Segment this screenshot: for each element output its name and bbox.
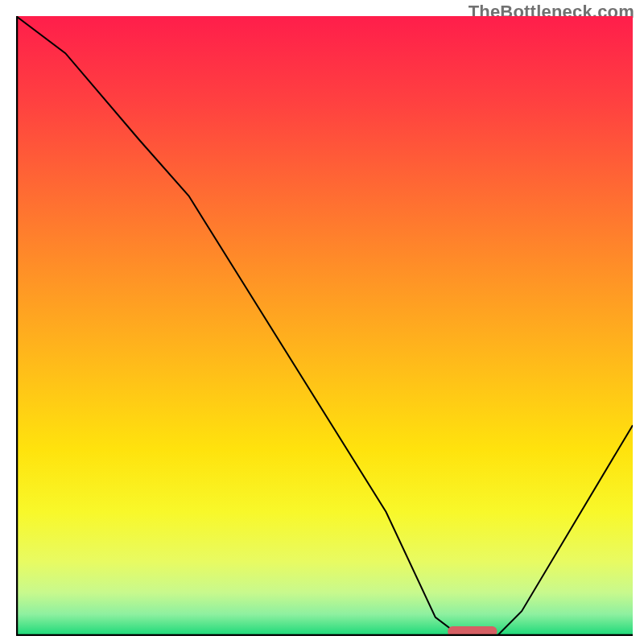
chart-svg bbox=[16, 16, 633, 636]
chart-area bbox=[16, 16, 633, 636]
gradient-background bbox=[16, 16, 633, 636]
